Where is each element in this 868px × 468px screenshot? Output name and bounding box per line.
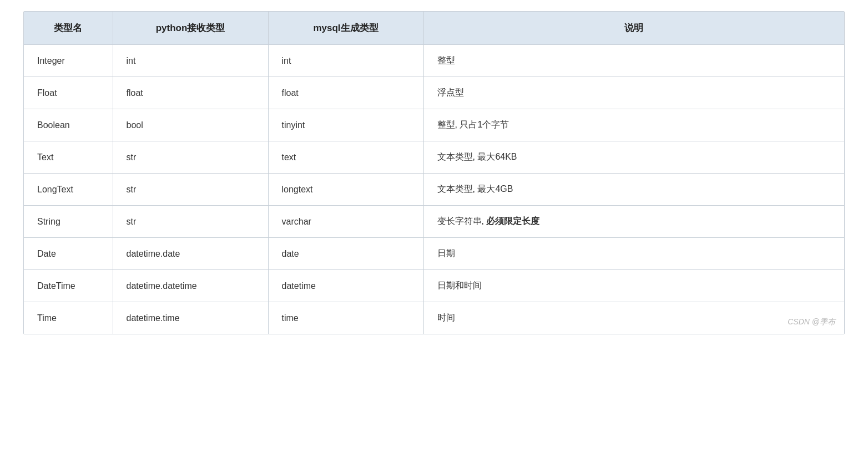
cell-mysql-type: date (268, 238, 423, 270)
header-type-name: 类型名 (24, 12, 113, 45)
table-row: Booleanbooltinyint整型, 只占1个字节 (24, 109, 844, 141)
cell-description: 文本类型, 最大4GB (423, 174, 844, 206)
table-header-row: 类型名 python接收类型 mysql生成类型 说明 (24, 12, 844, 45)
watermark: CSDN @季布 (788, 317, 835, 327)
cell-description: 时间 (423, 302, 844, 334)
table-row: DateTimedatetime.datetimedatetime日期和时间 (24, 270, 844, 302)
cell-description: 整型 (423, 45, 844, 77)
cell-python-type: bool (113, 109, 268, 141)
cell-description: 文本类型, 最大64KB (423, 141, 844, 174)
table-row: Timedatetime.timetime时间 (24, 302, 844, 334)
cell-mysql-type: time (268, 302, 423, 334)
cell-type-name: String (24, 206, 113, 238)
cell-python-type: float (113, 77, 268, 109)
table-body: Integerintint整型Floatfloatfloat浮点型Boolean… (24, 45, 844, 334)
cell-mysql-type: tinyint (268, 109, 423, 141)
cell-python-type: str (113, 141, 268, 174)
header-mysql-type: mysql生成类型 (268, 12, 423, 45)
cell-python-type: str (113, 206, 268, 238)
cell-description: 日期 (423, 238, 844, 270)
cell-type-name: Text (24, 141, 113, 174)
header-python-type: python接收类型 (113, 12, 268, 45)
table-row: LongTextstrlongtext文本类型, 最大4GB (24, 174, 844, 206)
cell-type-name: Float (24, 77, 113, 109)
cell-python-type: str (113, 174, 268, 206)
cell-type-name: Date (24, 238, 113, 270)
cell-mysql-type: text (268, 141, 423, 174)
cell-python-type: int (113, 45, 268, 77)
table-row: Stringstrvarchar变长字符串, 必须限定长度 (24, 206, 844, 238)
cell-mysql-type: int (268, 45, 423, 77)
cell-description: 整型, 只占1个字节 (423, 109, 844, 141)
description-text: 变长字符串, (437, 216, 487, 226)
cell-type-name: DateTime (24, 270, 113, 302)
cell-mysql-type: float (268, 77, 423, 109)
cell-python-type: datetime.date (113, 238, 268, 270)
cell-type-name: Time (24, 302, 113, 334)
table-row: Integerintint整型 (24, 45, 844, 77)
table-row: Floatfloatfloat浮点型 (24, 77, 844, 109)
cell-python-type: datetime.time (113, 302, 268, 334)
header-description: 说明 (423, 12, 844, 45)
cell-mysql-type: longtext (268, 174, 423, 206)
main-table-wrapper: 类型名 python接收类型 mysql生成类型 说明 Integerintin… (23, 11, 845, 334)
cell-description: 日期和时间 (423, 270, 844, 302)
data-table: 类型名 python接收类型 mysql生成类型 说明 Integerintin… (24, 12, 844, 334)
cell-description: 浮点型 (423, 77, 844, 109)
cell-description: 变长字符串, 必须限定长度 (423, 206, 844, 238)
cell-type-name: LongText (24, 174, 113, 206)
cell-python-type: datetime.datetime (113, 270, 268, 302)
table-row: Datedatetime.datedate日期 (24, 238, 844, 270)
cell-type-name: Boolean (24, 109, 113, 141)
table-row: Textstrtext文本类型, 最大64KB (24, 141, 844, 174)
cell-mysql-type: datetime (268, 270, 423, 302)
cell-mysql-type: varchar (268, 206, 423, 238)
description-bold-text: 必须限定长度 (486, 216, 539, 226)
cell-type-name: Integer (24, 45, 113, 77)
